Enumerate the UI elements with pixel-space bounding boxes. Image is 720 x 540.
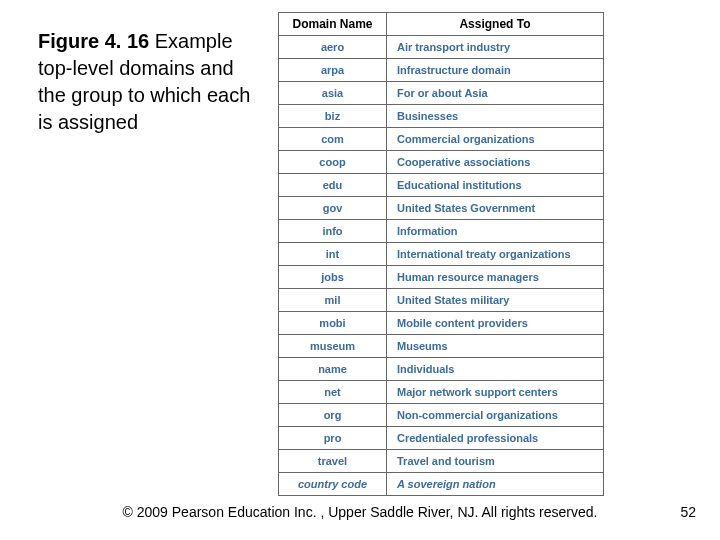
cell-assigned: United States military	[387, 289, 604, 312]
col-header-assigned: Assigned To	[387, 13, 604, 36]
cell-assigned: Commercial organizations	[387, 128, 604, 151]
cell-domain: country code	[279, 473, 387, 496]
cell-assigned: Museums	[387, 335, 604, 358]
cell-assigned: Information	[387, 220, 604, 243]
figure-caption: Figure 4. 16 Example top-level domains a…	[38, 28, 258, 136]
copyright: © 2009 Pearson Education Inc. , Upper Sa…	[0, 504, 720, 520]
cell-domain: com	[279, 128, 387, 151]
cell-domain: net	[279, 381, 387, 404]
domain-table: Domain Name Assigned To aeroAir transpor…	[278, 12, 604, 496]
cell-domain: arpa	[279, 59, 387, 82]
table-row: infoInformation	[279, 220, 604, 243]
cell-assigned: International treaty organizations	[387, 243, 604, 266]
cell-assigned: Infrastructure domain	[387, 59, 604, 82]
cell-domain: org	[279, 404, 387, 427]
cell-assigned: Human resource managers	[387, 266, 604, 289]
cell-domain: biz	[279, 105, 387, 128]
table-row: eduEducational institutions	[279, 174, 604, 197]
cell-domain: jobs	[279, 266, 387, 289]
table-row: bizBusinesses	[279, 105, 604, 128]
table-row: travelTravel and tourism	[279, 450, 604, 473]
cell-assigned: Individuals	[387, 358, 604, 381]
cell-assigned: Businesses	[387, 105, 604, 128]
cell-domain: aero	[279, 36, 387, 59]
cell-assigned: Mobile content providers	[387, 312, 604, 335]
table-row: museumMuseums	[279, 335, 604, 358]
cell-domain: gov	[279, 197, 387, 220]
cell-assigned: Non-commercial organizations	[387, 404, 604, 427]
cell-domain: asia	[279, 82, 387, 105]
table-row: milUnited States military	[279, 289, 604, 312]
cell-domain: museum	[279, 335, 387, 358]
col-header-domain: Domain Name	[279, 13, 387, 36]
cell-domain: mil	[279, 289, 387, 312]
table-row: aeroAir transport industry	[279, 36, 604, 59]
cell-domain: name	[279, 358, 387, 381]
cell-assigned: United States Government	[387, 197, 604, 220]
cell-assigned: Major network support centers	[387, 381, 604, 404]
cell-assigned: A sovereign nation	[387, 473, 604, 496]
cell-domain: int	[279, 243, 387, 266]
cell-domain: mobi	[279, 312, 387, 335]
table-row: proCredentialed professionals	[279, 427, 604, 450]
domain-table-wrap: Domain Name Assigned To aeroAir transpor…	[278, 12, 604, 496]
cell-assigned: Credentialed professionals	[387, 427, 604, 450]
domain-table-body: aeroAir transport industryarpaInfrastruc…	[279, 36, 604, 496]
cell-assigned: For or about Asia	[387, 82, 604, 105]
table-row: intInternational treaty organizations	[279, 243, 604, 266]
cell-domain: travel	[279, 450, 387, 473]
table-row: coopCooperative associations	[279, 151, 604, 174]
table-row: mobiMobile content providers	[279, 312, 604, 335]
cell-domain: edu	[279, 174, 387, 197]
table-row: govUnited States Government	[279, 197, 604, 220]
table-row: asiaFor or about Asia	[279, 82, 604, 105]
table-row: comCommercial organizations	[279, 128, 604, 151]
cell-domain: pro	[279, 427, 387, 450]
page-number: 52	[680, 504, 696, 520]
cell-assigned: Travel and tourism	[387, 450, 604, 473]
cell-domain: coop	[279, 151, 387, 174]
cell-assigned: Educational institutions	[387, 174, 604, 197]
cell-assigned: Air transport industry	[387, 36, 604, 59]
cell-assigned: Cooperative associations	[387, 151, 604, 174]
cell-domain: info	[279, 220, 387, 243]
table-row: arpaInfrastructure domain	[279, 59, 604, 82]
table-row: nameIndividuals	[279, 358, 604, 381]
table-row: orgNon-commercial organizations	[279, 404, 604, 427]
figure-label: Figure 4. 16	[38, 30, 149, 52]
table-row: country codeA sovereign nation	[279, 473, 604, 496]
table-row: jobsHuman resource managers	[279, 266, 604, 289]
table-row: netMajor network support centers	[279, 381, 604, 404]
